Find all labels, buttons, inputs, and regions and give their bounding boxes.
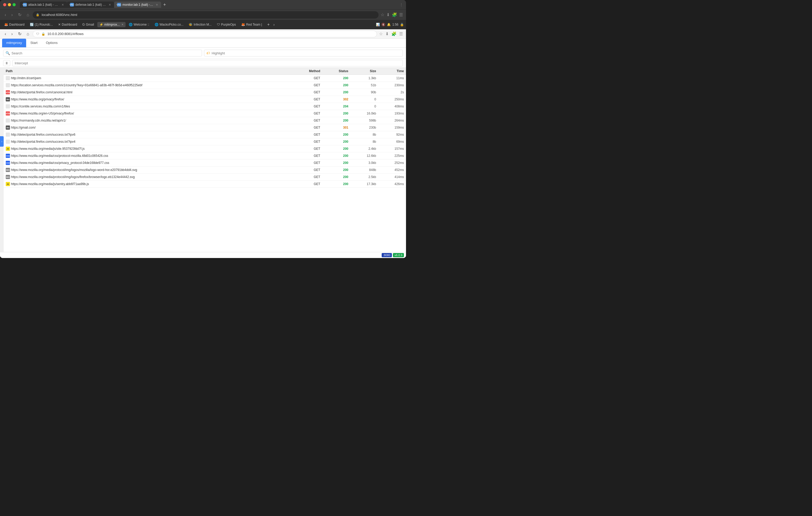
forward-button[interactable]: › [10, 11, 14, 18]
minimize-button[interactable] [8, 3, 11, 6]
status-cell-5: 200 [322, 110, 351, 117]
table-row[interactable]: JS https://www.mozilla.org/media/js/sent… [4, 181, 406, 188]
path-text-3: https://www.mozilla.org/privacy/firefox/ [11, 97, 64, 101]
browser-tab-1[interactable]: VNC attack.lab:1 (kali) - noVNC × [20, 2, 67, 8]
bookmark-item-1[interactable]: 🔄 (1) Roundc... [28, 22, 55, 27]
status-cell-6: 200 [322, 117, 351, 124]
bookmark-item-9[interactable]: 🦊 Red Team | [239, 22, 264, 27]
table-row[interactable]: JS https://www.mozilla.org/media/js/site… [4, 145, 406, 152]
reload-button[interactable]: ↻ [17, 11, 23, 18]
side-handle[interactable]: › [0, 136, 4, 147]
bookmarks-chevron[interactable]: › [273, 23, 275, 27]
time-cell-1: 230ms [378, 82, 406, 89]
tab-close-3[interactable]: × [156, 3, 158, 7]
bookmark-item-4[interactable]: ⚡ mitmprox... × [97, 22, 125, 27]
tab-close-1[interactable]: × [62, 3, 64, 7]
size-cell-0: 1.3kb [351, 75, 378, 82]
add-bookmark-button[interactable]: + [265, 22, 272, 27]
col-header-method: Method [291, 68, 322, 75]
inner-download-icon[interactable]: ⬇ [385, 31, 389, 36]
row-icon-15: JS [6, 182, 10, 186]
table-row[interactable]: https://contile.services.mozilla.com/v1/… [4, 103, 406, 110]
back-button[interactable]: ‹ [3, 11, 7, 18]
table-row[interactable]: http://detectportal.firefox.com/success.… [4, 138, 406, 145]
tray-icons: 📊 🔇 🔔 1:56 🔒 [376, 23, 404, 26]
time-cell-2: 2s [378, 89, 406, 96]
inner-home-button[interactable]: ⌂ [25, 31, 31, 37]
method-cell-15: GET [291, 181, 322, 188]
table-row[interactable]: HTM https://www.mozilla.org/en-US/privac… [4, 110, 406, 117]
app-tab-mitmproxy[interactable]: mitmproxy [2, 39, 26, 47]
row-icon-5: HTM [6, 111, 10, 116]
inner-nav-right: ☆ ⬇ 🧩 ☰ [379, 31, 403, 36]
address-bar[interactable]: 🔒 localhost:6080/vnc.html [33, 11, 379, 19]
status-cell-12: 200 [322, 159, 351, 166]
home-button[interactable]: ⌂ [25, 11, 31, 18]
method-cell-14: GET [291, 174, 322, 181]
path-cell-6: https://normandy.cdn.mozilla.net/api/v1/ [4, 117, 291, 124]
bookmark-item-0[interactable]: 🦊 Dashboard [2, 22, 27, 27]
download-icon[interactable]: ⬇ [386, 12, 390, 17]
bookmark-item-8[interactable]: 🛡 PurpleOps [215, 22, 238, 27]
table-row[interactable]: 30x https://www.mozilla.org/privacy/fire… [4, 96, 406, 103]
size-cell-7: 230b [351, 124, 378, 131]
app-tab-start[interactable]: Start [26, 39, 41, 47]
search-input[interactable] [11, 51, 200, 55]
method-cell-1: GET [291, 82, 322, 89]
highlight-input[interactable] [212, 51, 401, 55]
menu-icon[interactable]: ☰ [399, 12, 403, 17]
bookmark-close-4[interactable]: × [122, 23, 123, 26]
bookmark-item-3[interactable]: G Gmail [80, 22, 96, 27]
path-cell-1: https://location.services.mozilla.com/v1… [4, 82, 291, 89]
intercept-input[interactable] [12, 60, 403, 66]
browser-tab-2[interactable]: VNC defense.lab:1 (kali) - noVNC × [67, 2, 114, 8]
app-tab-bar: mitmproxy Start Options [0, 39, 406, 48]
title-bar: VNC attack.lab:1 (kali) - noVNC × VNC de… [0, 0, 406, 9]
size-cell-2: 90b [351, 89, 378, 96]
table-row[interactable]: http://mitm.it/cert/pem GET 200 1.3kb 11… [4, 75, 406, 82]
table-row[interactable]: http://detectportal.firefox.com/success.… [4, 131, 406, 138]
intercept-pause-button[interactable]: ⏸ [3, 60, 10, 66]
table-row[interactable]: IMG https://www.mozilla.org/media/protoc… [4, 166, 406, 174]
table-row[interactable]: 30x https://gmail.com/ GET 301 230b 159m… [4, 124, 406, 131]
bookmark-item-5[interactable]: 🌐 Welcome :: [126, 22, 151, 27]
table-row[interactable]: HTM http://detectportal.firefox.com/cano… [4, 89, 406, 96]
bookmark-icon-7: 🐝 [188, 23, 193, 26]
bookmark-label-3: Gmail [86, 23, 94, 26]
method-cell-4: GET [291, 103, 322, 110]
browser-tab-3[interactable]: VNC monitor.lab:1 (kali) - noVNC × [114, 2, 161, 8]
bookmark-label-8: PurpleOps [221, 23, 236, 26]
inner-reload-button[interactable]: ↻ [17, 30, 23, 37]
bookmark-label-7: Infection M... [194, 23, 212, 26]
table-row[interactable]: https://location.services.mozilla.com/v1… [4, 82, 406, 89]
bookmark-label-9: Red Team | [246, 23, 262, 26]
inner-star-icon[interactable]: ☆ [379, 31, 383, 36]
inner-ext-icon[interactable]: 🧩 [392, 31, 397, 36]
extensions-icon[interactable]: 🧩 [392, 12, 397, 17]
inner-address-bar[interactable]: 🛡 🔒 10.0.0.200:8081/#/flows [33, 31, 377, 37]
inner-menu-icon[interactable]: ☰ [399, 31, 403, 36]
inner-forward-button[interactable]: › [10, 31, 14, 37]
bookmark-label-1: (1) Roundc... [35, 23, 53, 26]
content-area: › Path Method Status Size Time [0, 68, 406, 258]
table-row[interactable]: CSS https://www.mozilla.org/media/css/pr… [4, 152, 406, 159]
table-row[interactable]: IMG https://www.mozilla.org/media/protoc… [4, 174, 406, 181]
tab-close-2[interactable]: × [109, 3, 111, 7]
maximize-button[interactable] [12, 3, 16, 6]
time-cell-7: 159ms [378, 124, 406, 131]
title-bar-right: ⋮ [400, 3, 403, 6]
bookmark-star-icon[interactable]: ☆ [381, 12, 384, 17]
size-cell-14: 2.5kb [351, 174, 378, 181]
close-button[interactable] [3, 3, 6, 6]
bookmark-item-6[interactable]: 🌐 WackoPicko.co... [152, 22, 186, 27]
bookmark-item-7[interactable]: 🐝 Infection M... [186, 22, 214, 27]
app-tab-options[interactable]: Options [41, 39, 62, 47]
bookmark-item-2[interactable]: ✕ Dashboard [56, 22, 79, 27]
inner-back-button[interactable]: ‹ [3, 31, 7, 37]
path-cell-11: CSS https://www.mozilla.org/media/css/pr… [4, 152, 291, 159]
bookmark-icon-8: 🛡 [217, 23, 220, 26]
table-row[interactable]: CSS https://www.mozilla.org/media/css/pr… [4, 159, 406, 166]
flows-container: Path Method Status Size Time http://mitm… [4, 68, 406, 252]
table-row[interactable]: https://normandy.cdn.mozilla.net/api/v1/… [4, 117, 406, 124]
new-tab-button[interactable]: + [161, 2, 168, 7]
